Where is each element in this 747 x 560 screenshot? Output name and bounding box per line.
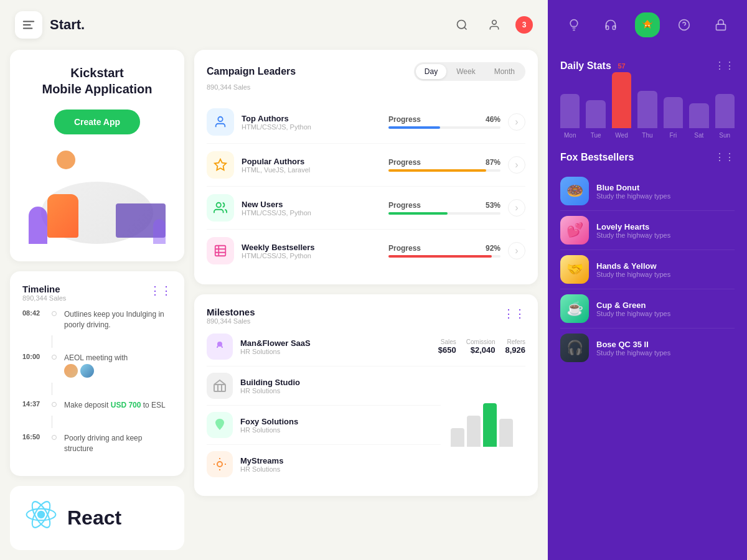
fox-bestsellers-title: Fox Bestsellers: [560, 152, 634, 163]
tab-month[interactable]: Month: [486, 64, 524, 79]
campaign-row: Top Authors HTML/CSS/JS, Python Progress…: [207, 101, 525, 144]
nav-headphone[interactable]: [598, 12, 623, 37]
row-chevron[interactable]: ›: [508, 199, 525, 217]
bestseller-image: 💕: [560, 216, 589, 245]
avatar: [80, 364, 94, 378]
right-sidebar: Daily Stats ⋮⋮ Mon Tue 57 Wed Th: [548, 0, 747, 560]
user-icon[interactable]: [483, 14, 505, 36]
bar-chart: Mon Tue 57 Wed Thu Fri: [560, 79, 735, 141]
bestseller-info: Cup & Green Study the highway types: [596, 301, 735, 317]
row-chevron[interactable]: ›: [508, 242, 525, 259]
svg-point-11: [217, 203, 221, 207]
milestone-row: Foxy Solutions HR Solutions: [207, 406, 441, 445]
campaign-title: Campaign Leaders: [207, 66, 296, 77]
milestone-row: Building Studio HR Solutions: [207, 366, 441, 406]
nav-lock[interactable]: [708, 12, 733, 37]
milestone-icon: [207, 334, 233, 360]
svg-point-21: [646, 26, 648, 27]
timeline-dot: [52, 435, 57, 440]
bestseller-item: ☕ Cup & Green Study the highway types: [560, 289, 735, 329]
svg-point-9: [218, 117, 222, 121]
bestseller-image: 🎧: [560, 334, 589, 362]
bestseller-image: 🍩: [560, 177, 589, 205]
timeline-subtitle: 890,344 Sales: [22, 294, 66, 302]
tab-week[interactable]: Week: [448, 64, 484, 79]
svg-point-5: [37, 511, 45, 518]
timeline-item: 14:37 Make deposit USD 700 to ESL: [22, 395, 172, 416]
campaign-row: New Users HTML/CSS/JS, Python Progress53…: [207, 187, 525, 230]
milestone-info: Man&Flower SaaS HR Solutions: [240, 338, 431, 355]
fox-bestsellers-section: Fox Bestsellers ⋮⋮ 🍩 Blue Donut Study th…: [548, 151, 747, 560]
campaign-row: Popular Authors HTML, VueJS, Laravel Pro…: [207, 144, 525, 187]
svg-marker-10: [215, 159, 226, 170]
milestones-subtitle: 890,344 Sales: [207, 317, 255, 325]
logo-icon: [15, 11, 42, 39]
daily-stats-section: Daily Stats ⋮⋮ Mon Tue 57 Wed Th: [548, 50, 747, 151]
avatar: [64, 364, 78, 378]
bestseller-info: Lovely Hearts Study the highway types: [596, 222, 735, 239]
fox-bestsellers-menu[interactable]: ⋮⋮: [715, 151, 735, 163]
tab-day[interactable]: Day: [416, 64, 446, 79]
timeline-dot: [52, 402, 57, 407]
row-info: Popular Authors HTML, VueJS, Laravel: [242, 157, 381, 174]
bestseller-image: 🤝: [560, 255, 589, 284]
header-right: 3: [451, 14, 533, 36]
bestseller-image: ☕: [560, 294, 589, 323]
row-progress: Progress46%: [388, 115, 500, 129]
bestseller-info: Blue Donut Study the highway types: [596, 183, 735, 200]
milestone-icon: [207, 373, 233, 399]
timeline-dot: [52, 355, 57, 360]
milestone-icon: [207, 451, 233, 477]
row-info: New Users HTML/CSS/JS, Python: [242, 200, 381, 217]
svg-point-15: [217, 462, 222, 467]
timeline-menu[interactable]: ⋮⋮: [149, 284, 172, 297]
row-icon-popular-authors: [207, 151, 234, 179]
illustration: [29, 144, 166, 244]
bestseller-item: 💕 Lovely Hearts Study the highway types: [560, 211, 735, 250]
row-progress: Progress53%: [388, 201, 500, 215]
search-icon[interactable]: [451, 14, 473, 36]
svg-point-20: [648, 25, 649, 26]
bestseller-info: Hands & Yellow Study the highway types: [596, 261, 735, 278]
kickstart-title: Kickstart Mobile Application: [22, 65, 172, 97]
milestone-stats: Sales $650 Comission $2,040 Refers 8,926: [438, 338, 525, 355]
milestones-menu[interactable]: ⋮⋮: [503, 307, 525, 325]
row-icon-new-users: [207, 194, 234, 222]
header: Start. 3: [0, 0, 548, 50]
header-left: Start.: [15, 11, 85, 39]
timeline-title: Timeline: [22, 284, 66, 294]
daily-stats-menu[interactable]: ⋮⋮: [715, 60, 735, 72]
react-icon: [25, 498, 57, 538]
timeline-item: 16:50 Poorly driving and keep structure: [22, 428, 172, 459]
logo-text: Start.: [50, 17, 85, 33]
campaign-row: Weekly Bestsellers HTML/CSS/JS, Python P…: [207, 230, 525, 272]
react-card: React: [10, 486, 184, 550]
svg-marker-17: [642, 21, 645, 24]
kickstart-card: Kickstart Mobile Application Create App: [10, 50, 184, 261]
timeline-dot: [52, 311, 57, 316]
nav-fox-active[interactable]: [635, 12, 660, 37]
notification-badge[interactable]: 3: [515, 16, 533, 34]
row-info: Top Authors HTML/CSS/JS, Python: [242, 114, 381, 131]
row-chevron[interactable]: ›: [508, 113, 525, 131]
milestone-info: Foxy Solutions HR Solutions: [240, 417, 441, 434]
nav-lightbulb[interactable]: [561, 12, 586, 37]
timeline-item: 10:00 AEOL meeting with: [22, 348, 172, 383]
milestone-chart: [451, 403, 525, 447]
svg-rect-24: [716, 24, 726, 30]
svg-marker-18: [650, 21, 653, 24]
svg-point-3: [458, 21, 466, 29]
row-chevron[interactable]: ›: [508, 156, 525, 174]
row-icon-weekly-bestsellers: [207, 237, 234, 264]
sidebar-topnav: [548, 0, 747, 50]
nav-question[interactable]: [672, 12, 697, 37]
milestone-icon: [207, 412, 233, 438]
create-app-button[interactable]: Create App: [54, 110, 140, 134]
row-icon-top-authors: [207, 108, 234, 136]
react-label: React: [67, 506, 121, 530]
milestone-info: MyStreams HR Solutions: [240, 456, 441, 473]
milestone-row: Man&Flower SaaS HR Solutions Sales $650 …: [207, 327, 525, 366]
timeline-card: Timeline 890,344 Sales ⋮⋮ 08:42 Outlines…: [10, 271, 184, 476]
milestone-row: MyStreams HR Solutions: [207, 445, 441, 483]
bestseller-info: Bose QC 35 II Study the highway types: [596, 340, 735, 357]
